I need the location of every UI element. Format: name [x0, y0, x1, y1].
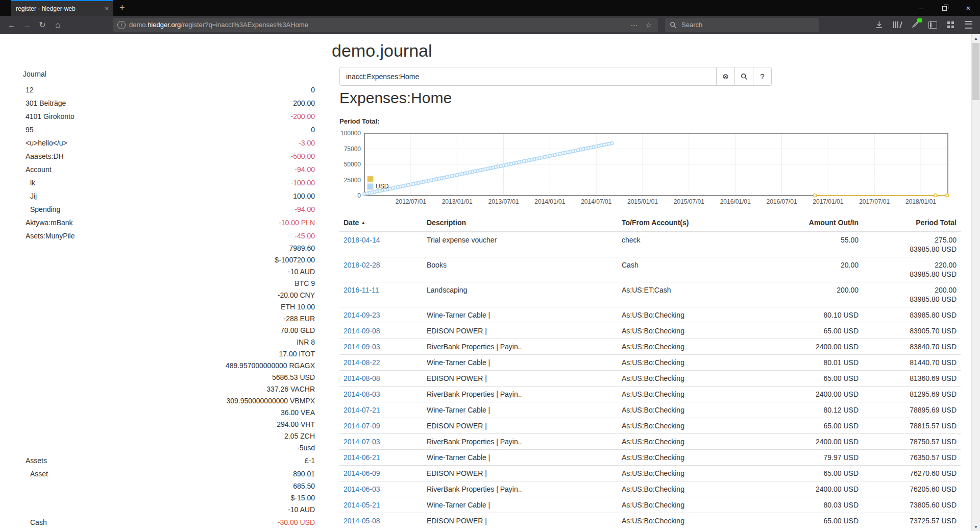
sidebar-journal-link[interactable]: Journal: [23, 70, 315, 79]
date-link[interactable]: 2014-07-21: [344, 406, 380, 414]
sidebar-account-link[interactable]: 95: [23, 123, 34, 136]
browser-search-bar[interactable]: [665, 18, 819, 32]
back-button[interactable]: ←: [4, 18, 19, 32]
window-minimize-button[interactable]: –: [910, 0, 933, 16]
new-tab-button[interactable]: +: [113, 0, 131, 16]
cell-amount: 200.00: [761, 282, 863, 307]
sidebar-account-link[interactable]: lk: [23, 176, 35, 189]
window-restore-button[interactable]: [933, 0, 957, 16]
sidebar-account-link[interactable]: Asets:MunyPile: [23, 229, 75, 243]
site-info-icon[interactable]: i: [117, 21, 126, 29]
cell-account: As:US:Bo:Checking: [618, 418, 761, 434]
date-link[interactable]: 2018-04-14: [344, 236, 380, 244]
query-input[interactable]: [339, 67, 717, 86]
date-link[interactable]: 2014-08-08: [344, 374, 380, 382]
column-header-date[interactable]: Date ▲: [339, 214, 423, 232]
register-row[interactable]: 2014-08-22Wine-Tarner Cable |As:US:Bo:Ch…: [339, 355, 961, 371]
date-link[interactable]: 2014-05-08: [344, 517, 380, 525]
register-row[interactable]: 2014-08-03RiverBank Properties | Payin..…: [339, 387, 961, 402]
balance-amount: 5686.53 USD: [226, 372, 315, 383]
scrollbar[interactable]: ▲ ▼: [971, 34, 980, 531]
sidebar-account-link[interactable]: 301 Beiträge: [23, 96, 66, 110]
sidebar-account-link[interactable]: Account: [23, 163, 52, 176]
sidebar-account-link[interactable]: Aktywa:mBank: [23, 216, 73, 229]
scroll-up-arrow[interactable]: ▲: [972, 34, 980, 42]
register-row[interactable]: 2014-09-03RiverBank Properties | Payin..…: [339, 339, 961, 355]
cell-description: RiverBank Properties | Payin..: [423, 339, 618, 355]
register-row[interactable]: 2014-06-03RiverBank Properties | Payin..…: [339, 481, 961, 497]
date-column-label: Date: [344, 219, 359, 227]
sidebar-account-link[interactable]: Asset: [23, 467, 48, 480]
search-button[interactable]: [734, 67, 753, 86]
date-link[interactable]: 2014-07-09: [344, 422, 380, 430]
page-actions-icon[interactable]: ⋯: [628, 21, 640, 29]
forward-button[interactable]: →: [19, 18, 35, 32]
account-balance: 200.00: [293, 96, 315, 110]
cell-description: EDISON POWER |: [423, 466, 618, 481]
date-link[interactable]: 2014-09-08: [344, 327, 380, 335]
sidebar-account-link[interactable]: Spending: [23, 203, 60, 216]
register-row[interactable]: 2014-08-08EDISON POWER |As:US:Bo:Checkin…: [339, 371, 961, 387]
url-bar[interactable]: i demo.hledger.org/register?q=inacct%3AE…: [113, 18, 658, 32]
register-row[interactable]: 2014-07-09EDISON POWER |As:US:Bo:Checkin…: [339, 418, 961, 434]
register-row[interactable]: 2014-07-21Wine-Tarner Cable |As:US:Bo:Ch…: [339, 402, 961, 418]
register-row[interactable]: 2018-04-14Trial expense vouchercheck55.0…: [339, 232, 961, 257]
browser-tab[interactable]: register - hledger-web ×: [11, 0, 113, 16]
cell-period-total: 73805.60 USD: [863, 497, 961, 513]
register-row[interactable]: 2014-09-08EDISON POWER |As:US:Bo:Checkin…: [339, 323, 961, 339]
date-link[interactable]: 2014-09-03: [344, 343, 380, 351]
account-balance: -100.00: [291, 176, 315, 189]
cell-amount: 80.03 USD: [761, 497, 863, 513]
extension-icon[interactable]: [909, 19, 920, 31]
date-link[interactable]: 2016-11-11: [344, 286, 379, 294]
sidebar-account-row: 950: [23, 123, 315, 136]
register-row[interactable]: 2016-11-11LandscapingAs:US:ET:Cash200.00…: [339, 282, 961, 307]
reload-button[interactable]: ↻: [35, 18, 50, 32]
download-icon[interactable]: [873, 19, 885, 31]
url-text: demo.hledger.org/register?q=inacct%3AExp…: [129, 21, 625, 29]
register-row[interactable]: 2014-06-21Wine-Tarner Cable |As:US:Bo:Ch…: [339, 450, 961, 466]
home-button[interactable]: ⌂: [50, 18, 65, 32]
register-row[interactable]: 2014-05-21Wine-Tarner Cable |As:US:Bo:Ch…: [339, 497, 961, 513]
sidebar-account-link[interactable]: 4101 Girokonto: [23, 110, 75, 123]
scroll-down-arrow[interactable]: ▼: [972, 523, 980, 531]
register-row[interactable]: 2014-09-23Wine-Tarner Cable |As:US:Bo:Ch…: [339, 307, 961, 323]
register-row[interactable]: 2018-02-28BooksCash20.00220.0083985.80 U…: [339, 257, 961, 282]
balance-amount: -10.00 PLN: [279, 216, 315, 229]
date-link[interactable]: 2018-02-28: [344, 261, 380, 269]
date-link[interactable]: 2014-08-22: [344, 358, 380, 367]
date-link[interactable]: 2014-07-03: [344, 438, 380, 446]
apps-grid-icon[interactable]: [945, 19, 956, 31]
sidebar-account-link[interactable]: Jij: [23, 189, 37, 203]
period-chart[interactable]: 02500050000750001000002012/07/012013/01/…: [332, 129, 961, 210]
date-link[interactable]: 2014-09-23: [344, 311, 380, 319]
cell-description: EDISON POWER |: [423, 513, 618, 529]
register-row[interactable]: 2014-06-09EDISON POWER |As:US:Bo:Checkin…: [339, 466, 961, 481]
date-link[interactable]: 2014-08-03: [344, 390, 380, 398]
sidebar-account-link[interactable]: Cash: [23, 516, 47, 529]
help-button[interactable]: ?: [753, 67, 772, 86]
tab-close-icon[interactable]: ×: [105, 5, 109, 12]
register-row[interactable]: 2014-05-08EDISON POWER |As:US:Bo:Checkin…: [339, 513, 961, 529]
bookmark-star-icon[interactable]: ☆: [643, 21, 654, 29]
sidebar-toggle-icon[interactable]: [927, 19, 938, 31]
date-link[interactable]: 2014-05-21: [344, 501, 380, 509]
browser-search-input[interactable]: [680, 20, 814, 29]
date-link[interactable]: 2014-06-09: [344, 469, 380, 477]
menu-icon[interactable]: [963, 19, 974, 31]
window-close-button[interactable]: ×: [957, 0, 980, 16]
register-row[interactable]: 2014-07-03RiverBank Properties | Payin..…: [339, 434, 961, 450]
sidebar-account-link[interactable]: Assets: [23, 454, 47, 467]
register-table: Date ▲ Description To/From Account(s) Am…: [339, 214, 961, 528]
sidebar-account-link[interactable]: <u>hello</u>: [23, 136, 67, 150]
clear-query-button[interactable]: ⊗: [716, 67, 735, 86]
date-link[interactable]: 2014-06-21: [344, 453, 380, 462]
cell-amount: 2400.00 USD: [761, 434, 863, 450]
sidebar-account-link[interactable]: Aaasets:DH: [23, 150, 64, 163]
library-icon[interactable]: [891, 19, 902, 31]
sidebar-account-link[interactable]: 12: [23, 83, 34, 96]
date-link[interactable]: 2014-06-03: [344, 485, 380, 493]
sidebar-account-row: 301 Beiträge200.00: [23, 96, 315, 110]
y-tick-label: 0: [357, 192, 361, 199]
scrollbar-thumb[interactable]: [972, 43, 979, 100]
